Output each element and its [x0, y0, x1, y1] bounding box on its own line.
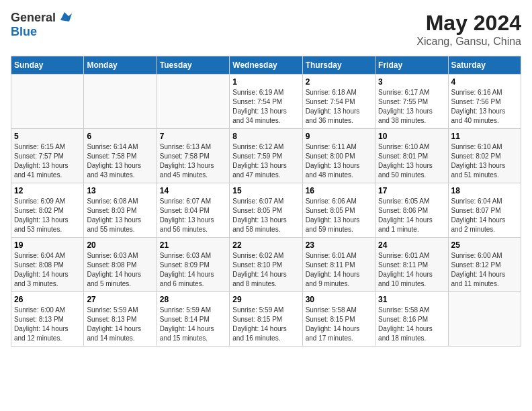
calendar-cell — [157, 75, 229, 129]
day-info: Sunrise: 6:19 AMSunset: 7:54 PMDaylight:… — [232, 88, 299, 126]
day-header-saturday: Saturday — [448, 56, 521, 75]
day-info: Sunrise: 5:58 AMSunset: 8:16 PMDaylight:… — [378, 306, 445, 343]
day-info: Sunrise: 6:09 AMSunset: 8:02 PMDaylight:… — [14, 197, 81, 234]
day-number: 2 — [306, 77, 372, 87]
day-number: 3 — [378, 77, 445, 87]
calendar-cell: 4Sunrise: 6:16 AMSunset: 7:56 PMDaylight… — [448, 75, 521, 129]
day-number: 24 — [378, 240, 445, 250]
day-info: Sunrise: 6:04 AMSunset: 8:07 PMDaylight:… — [451, 197, 518, 234]
day-header-sunday: Sunday — [11, 56, 84, 75]
calendar-cell: 6Sunrise: 6:14 AMSunset: 7:58 PMDaylight… — [84, 129, 157, 183]
day-number: 14 — [160, 186, 226, 195]
day-info: Sunrise: 6:13 AMSunset: 7:58 PMDaylight:… — [160, 142, 226, 180]
day-info: Sunrise: 6:06 AMSunset: 8:05 PMDaylight:… — [306, 197, 372, 234]
day-number: 28 — [160, 295, 226, 304]
day-number: 30 — [306, 295, 372, 304]
calendar-cell: 3Sunrise: 6:17 AMSunset: 7:55 PMDaylight… — [375, 75, 448, 129]
week-row-4: 19Sunrise: 6:04 AMSunset: 8:08 PMDayligh… — [11, 238, 521, 292]
calendar-title-block: May 2024 Xicang, Gansu, China — [416, 11, 521, 48]
day-number: 19 — [14, 240, 81, 250]
day-number: 6 — [87, 132, 153, 141]
day-number: 21 — [160, 240, 226, 250]
day-number: 8 — [232, 132, 299, 141]
day-header-thursday: Thursday — [302, 56, 375, 75]
day-info: Sunrise: 6:12 AMSunset: 7:59 PMDaylight:… — [232, 142, 299, 180]
calendar-cell: 24Sunrise: 6:01 AMSunset: 8:11 PMDayligh… — [375, 238, 448, 292]
calendar-cell — [11, 75, 84, 129]
day-number: 26 — [14, 295, 81, 304]
calendar-cell: 19Sunrise: 6:04 AMSunset: 8:08 PMDayligh… — [11, 238, 84, 292]
day-info: Sunrise: 6:14 AMSunset: 7:58 PMDaylight:… — [87, 142, 153, 180]
week-row-5: 26Sunrise: 6:00 AMSunset: 8:13 PMDayligh… — [11, 292, 521, 347]
calendar-cell: 12Sunrise: 6:09 AMSunset: 8:02 PMDayligh… — [11, 183, 84, 238]
calendar-cell: 1Sunrise: 6:19 AMSunset: 7:54 PMDaylight… — [230, 75, 302, 129]
day-info: Sunrise: 6:00 AMSunset: 8:13 PMDaylight:… — [14, 306, 81, 343]
day-info: Sunrise: 5:59 AMSunset: 8:13 PMDaylight:… — [87, 306, 153, 343]
logo-general: General — [11, 11, 56, 25]
day-number: 17 — [378, 186, 445, 195]
calendar-cell: 7Sunrise: 6:13 AMSunset: 7:58 PMDaylight… — [157, 129, 229, 183]
calendar-cell — [84, 75, 157, 129]
calendar-cell: 8Sunrise: 6:12 AMSunset: 7:59 PMDaylight… — [230, 129, 302, 183]
calendar-table: SundayMondayTuesdayWednesdayThursdayFrid… — [11, 56, 521, 347]
day-info: Sunrise: 5:58 AMSunset: 8:15 PMDaylight:… — [306, 306, 372, 343]
logo-bird-icon — [57, 11, 72, 23]
calendar-cell: 14Sunrise: 6:07 AMSunset: 8:04 PMDayligh… — [157, 183, 229, 238]
day-info: Sunrise: 6:03 AMSunset: 8:09 PMDaylight:… — [160, 251, 226, 289]
day-info: Sunrise: 6:02 AMSunset: 8:10 PMDaylight:… — [232, 251, 299, 289]
day-info: Sunrise: 6:03 AMSunset: 8:08 PMDaylight:… — [87, 251, 153, 289]
day-number: 11 — [451, 132, 518, 141]
day-number: 22 — [232, 240, 299, 250]
calendar-cell: 31Sunrise: 5:58 AMSunset: 8:16 PMDayligh… — [375, 292, 448, 347]
day-info: Sunrise: 6:10 AMSunset: 8:02 PMDaylight:… — [451, 142, 518, 180]
calendar-cell: 13Sunrise: 6:08 AMSunset: 8:03 PMDayligh… — [84, 183, 157, 238]
day-number: 10 — [378, 132, 445, 141]
day-number: 29 — [232, 295, 299, 304]
calendar-cell: 17Sunrise: 6:05 AMSunset: 8:06 PMDayligh… — [375, 183, 448, 238]
week-row-3: 12Sunrise: 6:09 AMSunset: 8:02 PMDayligh… — [11, 183, 521, 238]
calendar-cell: 20Sunrise: 6:03 AMSunset: 8:08 PMDayligh… — [84, 238, 157, 292]
day-number: 18 — [451, 186, 518, 195]
day-info: Sunrise: 6:08 AMSunset: 8:03 PMDaylight:… — [87, 197, 153, 234]
day-header-monday: Monday — [84, 56, 157, 75]
calendar-cell: 10Sunrise: 6:10 AMSunset: 8:01 PMDayligh… — [375, 129, 448, 183]
calendar-cell: 21Sunrise: 6:03 AMSunset: 8:09 PMDayligh… — [157, 238, 229, 292]
day-info: Sunrise: 6:15 AMSunset: 7:57 PMDaylight:… — [14, 142, 81, 180]
day-info: Sunrise: 6:05 AMSunset: 8:06 PMDaylight:… — [378, 197, 445, 234]
day-info: Sunrise: 6:04 AMSunset: 8:08 PMDaylight:… — [14, 251, 81, 289]
week-row-1: 1Sunrise: 6:19 AMSunset: 7:54 PMDaylight… — [11, 75, 521, 129]
day-number: 7 — [160, 132, 226, 141]
day-header-wednesday: Wednesday — [230, 56, 302, 75]
calendar-cell: 5Sunrise: 6:15 AMSunset: 7:57 PMDaylight… — [11, 129, 84, 183]
day-number: 20 — [87, 240, 153, 250]
day-info: Sunrise: 6:17 AMSunset: 7:55 PMDaylight:… — [378, 88, 445, 126]
calendar-cell: 16Sunrise: 6:06 AMSunset: 8:05 PMDayligh… — [302, 183, 375, 238]
calendar-cell: 18Sunrise: 6:04 AMSunset: 8:07 PMDayligh… — [448, 183, 521, 238]
day-info: Sunrise: 5:59 AMSunset: 8:14 PMDaylight:… — [160, 306, 226, 343]
day-info: Sunrise: 6:10 AMSunset: 8:01 PMDaylight:… — [378, 142, 445, 180]
day-number: 25 — [451, 240, 518, 250]
calendar-cell: 11Sunrise: 6:10 AMSunset: 8:02 PMDayligh… — [448, 129, 521, 183]
day-info: Sunrise: 6:11 AMSunset: 8:00 PMDaylight:… — [306, 142, 372, 180]
calendar-cell: 2Sunrise: 6:18 AMSunset: 7:54 PMDaylight… — [302, 75, 375, 129]
calendar-subtitle: Xicang, Gansu, China — [416, 36, 521, 48]
day-number: 1 — [232, 77, 299, 87]
day-number: 15 — [232, 186, 299, 195]
day-number: 9 — [306, 132, 372, 141]
day-header-friday: Friday — [375, 56, 448, 75]
week-row-2: 5Sunrise: 6:15 AMSunset: 7:57 PMDaylight… — [11, 129, 521, 183]
page-header: General Blue May 2024 Xicang, Gansu, Chi… — [11, 11, 521, 48]
day-info: Sunrise: 6:07 AMSunset: 8:04 PMDaylight:… — [160, 197, 226, 234]
svg-marker-0 — [60, 12, 72, 21]
day-header-tuesday: Tuesday — [157, 56, 229, 75]
calendar-title: May 2024 — [416, 11, 521, 36]
calendar-cell: 25Sunrise: 6:00 AMSunset: 8:12 PMDayligh… — [448, 238, 521, 292]
calendar-cell: 9Sunrise: 6:11 AMSunset: 8:00 PMDaylight… — [302, 129, 375, 183]
calendar-cell: 29Sunrise: 5:59 AMSunset: 8:15 PMDayligh… — [230, 292, 302, 347]
calendar-cell: 27Sunrise: 5:59 AMSunset: 8:13 PMDayligh… — [84, 292, 157, 347]
calendar-cell — [448, 292, 521, 347]
day-info: Sunrise: 6:01 AMSunset: 8:11 PMDaylight:… — [306, 251, 372, 289]
day-number: 4 — [451, 77, 518, 87]
calendar-cell: 26Sunrise: 6:00 AMSunset: 8:13 PMDayligh… — [11, 292, 84, 347]
day-info: Sunrise: 6:16 AMSunset: 7:56 PMDaylight:… — [451, 88, 518, 126]
